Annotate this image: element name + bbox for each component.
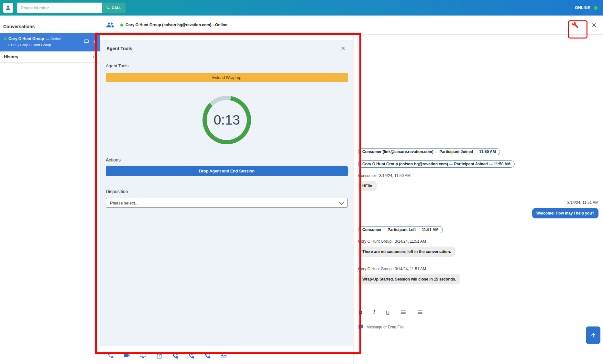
call-icon — [107, 352, 114, 359]
agent-tools-panel-title: Agent Tools — [106, 46, 132, 51]
message-sender: Cory O Hunt Group — [358, 239, 391, 244]
agent-tools-panel-body: Agent Tools Extend Wrap-up 0:13 Actions … — [101, 56, 353, 213]
hold-icon — [172, 352, 179, 359]
send-button[interactable] — [586, 326, 600, 344]
hold-call-button[interactable] — [171, 351, 179, 359]
message-time: 3/14/24, 11:51 AM — [567, 200, 598, 205]
call-button[interactable]: CALL — [102, 3, 126, 13]
phone-settings-button[interactable] — [188, 351, 195, 359]
agent-tools-close-button[interactable] — [339, 44, 347, 52]
person-icon — [5, 5, 11, 11]
video-call-button[interactable] — [123, 351, 131, 359]
message-bubble-outgoing: Welcome! How may I help you? — [532, 208, 598, 218]
agent-tools-panel-header: Agent Tools — [101, 41, 353, 56]
close-conversation-button[interactable] — [590, 21, 598, 29]
contacts-button[interactable] — [3, 3, 13, 13]
conversation-name: Cory O Hunt Group — [8, 37, 44, 41]
phone-number-input[interactable] — [17, 3, 102, 13]
numbered-list-button[interactable] — [400, 309, 407, 316]
underline-button[interactable]: U — [385, 309, 390, 316]
agent-tools-panel: Agent Tools Agent Tools Extend Wrap-up 0… — [100, 40, 353, 346]
bulleted-list-icon — [417, 309, 423, 315]
timer-value: 0:13 — [214, 112, 240, 128]
message-meta: Cory O Hunt Group 3/14/24, 11:51 AM — [358, 239, 426, 244]
participant-event-pill: Consumer (link@secure.revation.com) — Pa… — [358, 148, 500, 155]
history-section-toggle[interactable]: History — [0, 51, 100, 62]
sidebar: Conversations Cory O Hunt Group — Online… — [0, 16, 100, 364]
wrench-icon — [572, 21, 579, 28]
conversation-meta: 01:05 | Cory O Hunt Group — [8, 43, 96, 47]
presence-dot — [4, 38, 6, 40]
conversation-status: — Online — [46, 37, 61, 41]
actions-label: Actions — [106, 157, 348, 162]
online-status-dot — [594, 6, 598, 10]
transfer-call-button[interactable] — [204, 351, 212, 359]
message-time: 3/14/24, 11:51 AM — [395, 267, 426, 271]
message-input-area[interactable]: Message or Drag File — [358, 324, 598, 330]
message-meta: Consumer 3/14/24, 11:50 AM — [358, 173, 411, 178]
tune-icon — [220, 352, 227, 359]
phone-dialer: CALL — [17, 3, 126, 13]
monitor-icon — [139, 352, 147, 359]
close-icon — [591, 22, 597, 28]
bold-button[interactable]: B — [358, 309, 363, 316]
italic-button[interactable]: I — [373, 309, 376, 316]
numbered-list-icon — [400, 309, 406, 315]
participant-event-pill: Cory O Hunt Group (colson-hg@revation.co… — [358, 160, 515, 168]
conversation-list-item[interactable]: Cory O Hunt Group — Online 01:05 | Cory … — [0, 33, 100, 51]
video-icon — [123, 352, 130, 359]
bulleted-list-button[interactable] — [417, 309, 424, 316]
chat-header: Cory O Hunt Group (colson-hg@revation.co… — [100, 16, 603, 35]
message-time: 3/14/24, 11:51 AM — [395, 239, 426, 244]
transfer-icon — [204, 352, 211, 359]
topbar: CALL ONLINE — [0, 0, 603, 16]
chat-header-title: Cory O Hunt Group (colson-hg@revation.co… — [126, 23, 227, 27]
message-meta: Cory O Hunt Group 3/14/24, 11:51 AM — [358, 267, 426, 271]
timer-ring: 0:13 — [203, 96, 251, 144]
file-share-button[interactable] — [155, 351, 163, 359]
screen-share-button[interactable] — [139, 351, 147, 359]
disposition-select[interactable]: Please select... — [106, 198, 348, 208]
message-time: 3/14/24, 11:50 AM — [379, 173, 411, 178]
group-icon — [106, 21, 115, 29]
settings-button[interactable] — [220, 351, 228, 359]
presence-status[interactable]: ONLINE — [575, 6, 598, 10]
agent-tools-button[interactable] — [568, 19, 582, 31]
presence-dot — [120, 24, 123, 27]
extend-wrapup-button[interactable]: Extend Wrap-up — [106, 73, 348, 82]
compose-area: B I U Message or Drag File — [353, 304, 603, 364]
conversations-title: Conversations — [0, 16, 100, 33]
disposition-label: Disposition — [106, 189, 348, 194]
arrow-up-icon — [590, 332, 597, 338]
close-icon — [340, 46, 346, 51]
wrapup-timer: 0:13 — [106, 96, 348, 144]
message-sender: Cory O Hunt Group — [358, 267, 391, 271]
call-icon — [106, 6, 110, 10]
message-input-placeholder: Message or Drag File — [367, 325, 404, 329]
participant-event-pill: Consumer — Participant Left — 11:51 AM — [358, 226, 443, 233]
message-icon — [358, 324, 364, 330]
more-vertical-icon — [92, 39, 97, 44]
format-toolbar: B I U — [358, 309, 598, 316]
agent-tools-section-label: Agent Tools — [106, 63, 348, 68]
disposition-select-wrap: Please select... — [106, 198, 348, 208]
message-sender: Consumer — [358, 173, 376, 178]
chat-message-list[interactable]: Consumer (link@secure.revation.com) — Pa… — [353, 35, 603, 304]
message-bubble-incoming: Wrap-Up Started. Session will close in 1… — [358, 274, 460, 284]
chevron-right-icon — [90, 54, 96, 60]
chat-bubble-icon — [84, 39, 89, 44]
call-tools-row — [100, 346, 353, 364]
drop-agent-button[interactable]: Drop Agent and End Session — [106, 166, 348, 176]
history-label: History — [4, 54, 18, 59]
conversation-chat-button[interactable] — [83, 39, 90, 45]
message-bubble-incoming: HEllo — [358, 181, 377, 191]
voice-call-button[interactable] — [107, 351, 115, 359]
online-status-label: ONLINE — [575, 6, 590, 10]
call-button-label: CALL — [112, 6, 122, 10]
settings-phone-icon — [188, 352, 195, 359]
share-icon — [156, 352, 163, 359]
app-root: CALL ONLINE Conversations Cory O Hunt Gr… — [0, 0, 603, 364]
conversation-more-button[interactable] — [91, 38, 97, 45]
message-bubble-incoming: There are no customers left in the conve… — [358, 247, 455, 257]
